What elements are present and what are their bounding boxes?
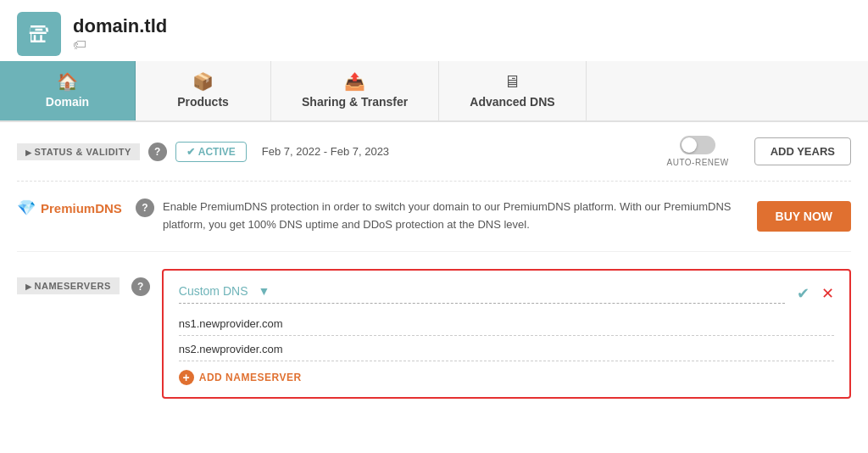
nameserver-entries: ns1.newprovider.com ns2.newprovider.com xyxy=(179,317,834,361)
nameserver-type-dropdown[interactable]: Custom DNS ▼ xyxy=(179,284,785,304)
tag-icon: 🏷 xyxy=(73,37,167,53)
domain-tab-icon: 🏠 xyxy=(57,73,78,90)
tab-sharing[interactable]: 📤 Sharing & Transfer xyxy=(271,61,439,120)
status-validity-row: Status & Validity ? ✔ ACTIVE Feb 7, 2022… xyxy=(17,122,851,182)
products-tab-label: Products xyxy=(177,95,229,109)
status-badge-text: ACTIVE xyxy=(198,146,236,158)
advanced-dns-tab-icon: 🖥 xyxy=(504,73,520,90)
nameservers-help-button[interactable]: ? xyxy=(131,277,150,296)
advanced-dns-tab-label: Advanced DNS xyxy=(470,95,554,109)
tabs-row: 🏠 Domain 📦 Products 📤 Sharing & Transfer… xyxy=(0,61,868,122)
domain-tab-label: Domain xyxy=(46,95,89,109)
domain-icon xyxy=(17,12,61,56)
nameserver-confirm-icon[interactable]: ✔ xyxy=(797,284,810,303)
add-nameserver-icon: + xyxy=(179,370,194,385)
page-header: domain.tld 🏷 xyxy=(0,0,868,61)
store-icon xyxy=(26,21,52,47)
date-range: Feb 7, 2022 - Feb 7, 2023 xyxy=(262,145,389,158)
nameserver-type-row: Custom DNS ▼ ✔ ✕ xyxy=(179,284,834,304)
domain-title-area: domain.tld 🏷 xyxy=(73,15,167,53)
premium-dns-row: 💎 PremiumDNS ? Enable PremiumDNS protect… xyxy=(17,182,851,252)
add-nameserver-label: ADD NAMESERVER xyxy=(199,372,302,383)
tab-domain[interactable]: 🏠 Domain xyxy=(0,61,136,120)
auto-renew-label: AUTO-RENEW xyxy=(667,158,729,167)
premium-dns-label: PremiumDNS xyxy=(41,201,122,215)
tab-advanced-dns[interactable]: 🖥 Advanced DNS xyxy=(439,61,586,120)
status-section-label: Status & Validity xyxy=(17,143,140,160)
buy-now-button[interactable]: BUY NOW xyxy=(757,201,851,232)
gem-icon: 💎 xyxy=(17,199,36,217)
main-content: Status & Validity ? ✔ ACTIVE Feb 7, 2022… xyxy=(0,122,868,416)
auto-renew-area: AUTO-RENEW xyxy=(667,136,729,167)
auto-renew-toggle[interactable] xyxy=(680,136,715,154)
premium-dns-logo: 💎 PremiumDNS xyxy=(17,199,127,217)
premium-help-button[interactable]: ? xyxy=(136,199,154,217)
nameservers-box: Custom DNS ▼ ✔ ✕ ns1.newprovider.com ns2… xyxy=(162,269,851,399)
sharing-tab-icon: 📤 xyxy=(344,73,365,90)
status-help-button[interactable]: ? xyxy=(148,143,167,161)
sharing-tab-label: Sharing & Transfer xyxy=(302,95,408,109)
premium-dns-description: Enable PremiumDNS protection in order to… xyxy=(163,199,748,234)
domain-name: domain.tld xyxy=(73,15,167,37)
products-tab-icon: 📦 xyxy=(192,73,214,90)
add-nameserver-row[interactable]: + ADD NAMESERVER xyxy=(179,370,834,385)
nameservers-section: Nameservers ? Custom DNS ▼ ✔ ✕ ns1.newpr… xyxy=(17,252,851,416)
tab-products[interactable]: 📦 Products xyxy=(136,61,271,120)
chevron-down-icon: ▼ xyxy=(258,284,270,298)
nameservers-section-label: Nameservers xyxy=(17,277,120,294)
status-badge: ✔ ACTIVE xyxy=(175,142,247,162)
add-years-button[interactable]: ADD YEARS xyxy=(754,137,851,165)
toggle-knob xyxy=(682,137,697,153)
nameserver-entry-1[interactable]: ns1.newprovider.com xyxy=(179,317,834,336)
nameserver-cancel-icon[interactable]: ✕ xyxy=(821,284,834,303)
nameserver-entry-2[interactable]: ns2.newprovider.com xyxy=(179,343,834,361)
nameserver-type-value: Custom DNS xyxy=(179,284,248,298)
check-icon: ✔ xyxy=(186,146,195,158)
